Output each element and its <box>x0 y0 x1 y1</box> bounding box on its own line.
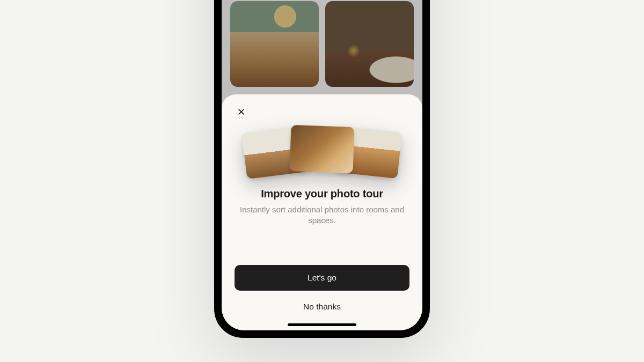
home-indicator <box>288 323 356 326</box>
sheet-subtitle: Instantly sort additional photos into ro… <box>240 204 404 226</box>
photo-collage <box>233 120 411 184</box>
phone-frame: Improve your photo tour Instantly sort a… <box>214 0 430 338</box>
phone-screen: Improve your photo tour Instantly sort a… <box>222 0 422 330</box>
phone-body: Improve your photo tour Instantly sort a… <box>214 0 430 338</box>
lets-go-button[interactable]: Let's go <box>235 265 409 291</box>
close-icon <box>237 108 245 116</box>
sheet-title: Improve your photo tour <box>240 188 404 200</box>
no-thanks-button[interactable]: No thanks <box>235 298 409 315</box>
sheet-actions: Let's go No thanks <box>233 265 411 315</box>
collage-photo <box>290 125 355 173</box>
close-button[interactable] <box>233 104 248 119</box>
sheet-text: Improve your photo tour Instantly sort a… <box>233 188 411 226</box>
bottom-sheet: Improve your photo tour Instantly sort a… <box>222 94 422 330</box>
